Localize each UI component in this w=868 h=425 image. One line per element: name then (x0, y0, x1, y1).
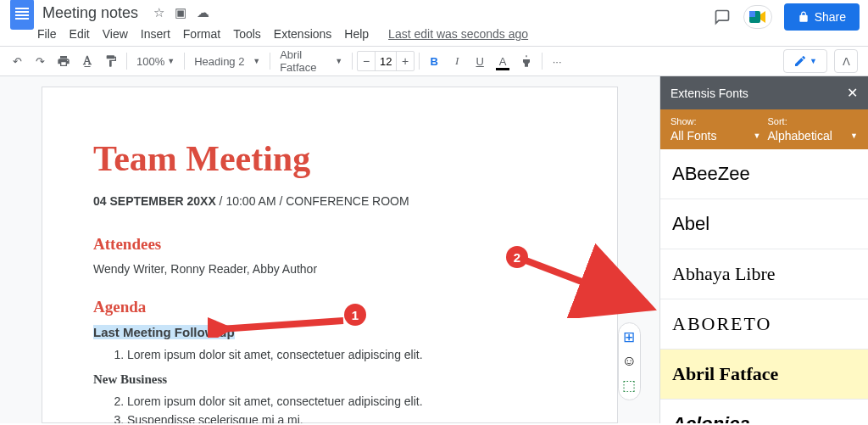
move-icon[interactable]: ▣ (175, 5, 186, 20)
font-item-abeezee[interactable]: ABeeZee (660, 149, 868, 199)
emoji-icon[interactable]: ☺ (622, 353, 637, 370)
subheading-followup: Last Meeting Follow-up (93, 325, 566, 340)
reactions-bar: ⊞ ☺ ⬚ (618, 322, 641, 400)
fontsize-increase[interactable]: + (397, 54, 414, 68)
share-button[interactable]: Share (784, 3, 860, 31)
italic-button[interactable]: I (447, 50, 467, 72)
menu-extensions[interactable]: Extensions (274, 27, 331, 41)
list-item: Suspendisse scelerisque mi a mi. (127, 411, 566, 423)
show-filter[interactable]: Show: All Fonts▼ (670, 116, 761, 143)
redo-button[interactable]: ↷ (30, 50, 50, 72)
font-select[interactable]: Abril Fatface▼ (275, 47, 348, 75)
font-item-abel[interactable]: Abel (660, 199, 868, 249)
fontsize-control[interactable]: − + (357, 51, 415, 71)
more-button[interactable]: ··· (547, 50, 567, 72)
menu-help[interactable]: Help (344, 27, 369, 41)
menu-format[interactable]: Format (183, 27, 220, 41)
highlight-button[interactable] (515, 50, 537, 72)
style-select[interactable]: Heading 2▼ (189, 53, 265, 70)
text-color-button[interactable]: A (492, 50, 513, 72)
menu-view[interactable]: View (103, 27, 128, 41)
font-item-aboreto[interactable]: ABORETO (660, 299, 868, 350)
subheading-newbusiness: New Business (93, 372, 566, 387)
suggest-icon[interactable]: ⬚ (622, 377, 636, 394)
annotation-badge-2: 2 (506, 246, 528, 268)
editing-mode-button[interactable]: ▼ (783, 49, 827, 73)
extensis-sidebar: Extensis Fonts ✕ Show: All Fonts▼ Sort: … (659, 76, 868, 423)
bold-button[interactable]: B (424, 50, 444, 72)
page-subtitle: 04 SEPTEMBER 20XX / 10:00 AM / CONFERENC… (93, 194, 566, 208)
close-icon[interactable]: ✕ (847, 85, 858, 101)
agenda-heading: Agenda (93, 298, 566, 316)
annotation-badge-1: 1 (344, 304, 366, 326)
list-item: Lorem ipsum dolor sit amet, consectetuer… (127, 392, 566, 411)
add-comment-icon[interactable]: ⊞ (623, 328, 635, 346)
font-item-abril[interactable]: Abril Fatface (660, 350, 868, 400)
zoom-select[interactable]: 100%▼ (131, 53, 180, 70)
svg-rect-1 (749, 11, 755, 17)
document-title[interactable]: Meeting notes (42, 4, 138, 22)
font-item-aclonica[interactable]: Aclonica (660, 400, 868, 423)
attendees-heading: Attendees (93, 235, 566, 254)
last-edit-link[interactable]: Last edit was seconds ago (388, 27, 528, 41)
comments-icon[interactable] (713, 8, 732, 26)
list-item: Lorem ipsum dolor sit amet, consectetuer… (127, 345, 566, 364)
paint-format-button[interactable] (100, 50, 122, 72)
page-title: Team Meeting (93, 138, 566, 179)
meet-icon[interactable] (743, 5, 772, 29)
cloud-icon[interactable]: ☁ (197, 5, 209, 20)
fontsize-decrease[interactable]: − (358, 54, 375, 68)
collapse-button[interactable]: ᐱ (834, 49, 858, 73)
star-icon[interactable]: ☆ (153, 5, 164, 20)
print-button[interactable] (53, 50, 75, 72)
menu-file[interactable]: File (37, 27, 57, 41)
document-page[interactable]: Team Meeting 04 SEPTEMBER 20XX / 10:00 A… (42, 87, 618, 423)
menu-insert[interactable]: Insert (141, 27, 170, 41)
sort-filter[interactable]: Sort: Alphabetical▼ (768, 116, 859, 143)
undo-button[interactable]: ↶ (7, 50, 27, 72)
menu-tools[interactable]: Tools (233, 27, 261, 41)
attendees-names: Wendy Writer, Ronny Reader, Abby Author (93, 262, 566, 276)
menu-edit[interactable]: Edit (70, 27, 90, 41)
spellcheck-button[interactable]: A̲ (77, 50, 97, 72)
font-item-abhaya[interactable]: Abhaya Libre (660, 249, 868, 299)
fontsize-input[interactable] (375, 52, 397, 70)
underline-button[interactable]: U (470, 50, 490, 72)
docs-logo-icon[interactable] (10, 0, 34, 30)
sidebar-title: Extensis Fonts (670, 87, 748, 100)
